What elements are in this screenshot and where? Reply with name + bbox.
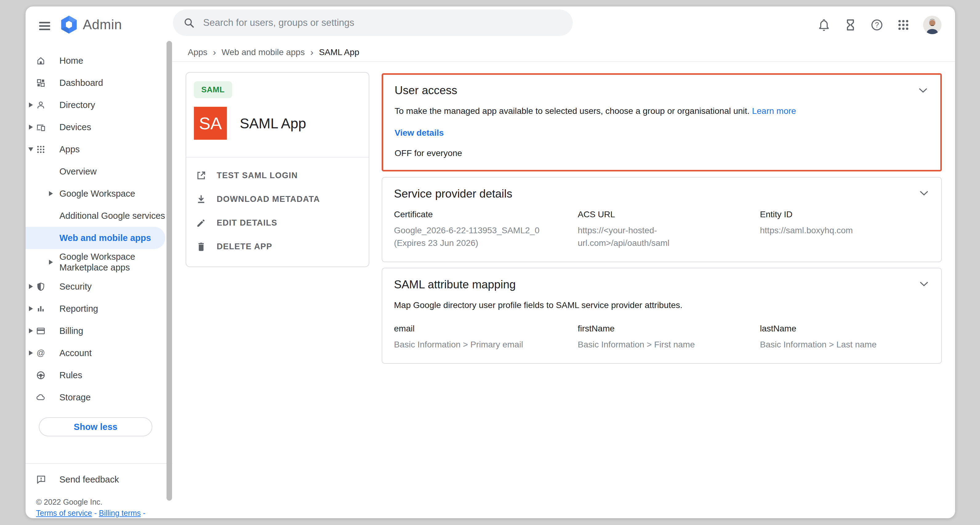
attribute-mapping-panel: SAML attribute mapping Map Google direct… — [382, 268, 942, 364]
sidebar-item-account[interactable]: @ Account — [25, 342, 172, 364]
download-icon — [196, 194, 207, 205]
expand-caret-icon — [29, 350, 33, 355]
top-bar: Admin ? — [25, 6, 955, 43]
dashboard-icon — [36, 78, 59, 88]
collapse-panel-button[interactable] — [919, 281, 929, 288]
shield-icon — [36, 282, 59, 291]
sidebar-item-directory[interactable]: Directory — [25, 94, 172, 116]
account-avatar[interactable] — [923, 16, 942, 34]
sidebar-item-storage[interactable]: Storage — [25, 386, 172, 408]
email-mapping-field: email Basic Information > Primary email — [394, 324, 578, 351]
service-provider-panel: Service provider details Certificate Goo… — [382, 177, 942, 262]
send-feedback-button[interactable]: Send feedback — [25, 466, 172, 493]
at-sign-icon: @ — [36, 348, 59, 358]
saml-badge: SAML — [194, 81, 232, 98]
app-tile: SA — [194, 107, 227, 140]
delete-app-button[interactable]: DELETE APP — [186, 235, 369, 258]
cloud-icon — [36, 393, 59, 402]
test-saml-login-button[interactable]: TEST SAML LOGIN — [186, 164, 369, 188]
sidebar-item-devices[interactable]: Devices — [25, 116, 172, 138]
app-summary-card: SAML SA SAML App TEST SAML LOGIN DO — [186, 72, 369, 267]
learn-more-link[interactable]: Learn more — [752, 106, 796, 116]
sidebar-scrollbar[interactable] — [167, 41, 172, 501]
footer-links: Terms of service - Billing terms - — [36, 509, 172, 518]
google-admin-logo[interactable]: Admin — [60, 15, 122, 34]
sidebar-item-home[interactable]: Home — [25, 49, 172, 72]
search-icon — [183, 17, 195, 29]
firstname-mapping-field: firstName Basic Information > First name — [578, 324, 760, 351]
breadcrumb-apps[interactable]: Apps — [188, 48, 207, 57]
svg-text:@: @ — [37, 348, 45, 358]
lastname-mapping-field: lastName Basic Information > Last name — [760, 324, 929, 351]
tasks-button[interactable] — [844, 18, 857, 32]
menu-icon[interactable] — [39, 22, 50, 30]
sidebar-item-billing[interactable]: Billing — [25, 320, 172, 342]
breadcrumb-web-and-mobile-apps[interactable]: Web and mobile apps — [222, 48, 305, 57]
acs-url-value: https://<your-hosted-url.com>/api/oauth/… — [578, 224, 679, 249]
certificate-field: Certificate Google_2026-6-22-113953_SAML… — [394, 210, 578, 249]
sidebar-item-dashboard[interactable]: Dashboard — [25, 72, 172, 94]
expand-caret-icon — [49, 260, 53, 265]
sidebar-item-google-workspace[interactable]: Google Workspace — [25, 183, 172, 205]
chevron-down-icon — [919, 191, 929, 196]
entity-id-field: Entity ID https://saml.boxyhq.com — [760, 210, 929, 249]
credit-card-icon — [36, 326, 59, 336]
sidebar-item-additional-google-services[interactable]: Additional Google services — [25, 205, 172, 227]
view-details-link[interactable]: View details — [395, 128, 444, 138]
sidebar-item-rules[interactable]: Rules — [25, 364, 172, 386]
sidebar-nav: Home Dashboard Directory — [25, 43, 172, 518]
person-icon — [36, 100, 59, 110]
breadcrumb-separator: › — [310, 47, 313, 57]
google-apps-button[interactable] — [897, 18, 910, 32]
collapse-panel-button[interactable] — [918, 88, 928, 94]
breadcrumb: Apps › Web and mobile apps › SAML App — [172, 43, 955, 62]
billing-terms-link[interactable]: Billing terms — [99, 509, 141, 517]
breadcrumb-current: SAML App — [319, 48, 359, 57]
panel-title: SAML attribute mapping — [394, 278, 929, 291]
edit-details-button[interactable]: EDIT DETAILS — [186, 211, 369, 235]
search-input[interactable] — [203, 17, 573, 28]
bell-icon — [818, 19, 830, 32]
hourglass-icon — [844, 19, 857, 32]
user-access-description: To make the managed app available to sel… — [395, 106, 749, 116]
collapse-panel-button[interactable] — [919, 191, 929, 197]
wheel-icon — [36, 371, 59, 380]
download-metadata-button[interactable]: DOWNLOAD METADATA — [186, 188, 369, 211]
help-button[interactable]: ? — [870, 18, 884, 32]
chevron-down-icon — [918, 88, 928, 93]
terms-of-service-link[interactable]: Terms of service — [36, 509, 92, 517]
sidebar-item-overview[interactable]: Overview — [25, 160, 172, 183]
chevron-down-icon — [919, 281, 929, 286]
acs-url-field: ACS URL https://<your-hosted-url.com>/ap… — [578, 210, 760, 249]
panel-title: Service provider details — [394, 188, 929, 200]
certificate-value: Google_2026-6-22-113953_SAML2_0 — [394, 224, 566, 237]
devices-icon — [36, 123, 59, 132]
search-bar[interactable] — [173, 10, 573, 36]
expand-caret-icon — [29, 102, 33, 107]
user-access-panel: User access To make the managed app avai… — [382, 73, 942, 172]
show-less-button[interactable]: Show less — [39, 417, 152, 436]
expand-caret-icon — [29, 284, 33, 289]
admin-console-window: Admin ? — [25, 6, 955, 518]
trash-icon — [196, 241, 207, 252]
copyright-text: © 2022 Google Inc. — [36, 498, 172, 506]
expand-caret-icon — [29, 306, 33, 311]
sidebar-item-apps[interactable]: Apps — [25, 138, 172, 160]
attribute-mapping-description: Map Google directory user profile fields… — [394, 299, 929, 311]
top-bar-actions: ? — [817, 6, 942, 43]
sidebar-item-web-and-mobile-apps[interactable]: Web and mobile apps — [25, 227, 165, 249]
certificate-expiry: (Expires 23 Jun 2026) — [394, 237, 566, 250]
open-in-new-icon — [196, 170, 207, 181]
user-access-status: OFF for everyone — [395, 148, 929, 158]
breadcrumb-separator: › — [213, 47, 216, 57]
sidebar-item-marketplace-apps[interactable]: Google Workspace Marketplace apps — [25, 249, 172, 275]
product-name: Admin — [83, 17, 122, 32]
svg-text:?: ? — [875, 21, 879, 29]
pencil-icon — [196, 217, 207, 229]
grid-icon — [897, 19, 910, 32]
sidebar-item-security[interactable]: Security — [25, 275, 172, 298]
notifications-button[interactable] — [817, 18, 831, 32]
bar-chart-icon — [36, 304, 59, 313]
sidebar-item-reporting[interactable]: Reporting — [25, 298, 172, 320]
help-icon: ? — [870, 19, 883, 32]
